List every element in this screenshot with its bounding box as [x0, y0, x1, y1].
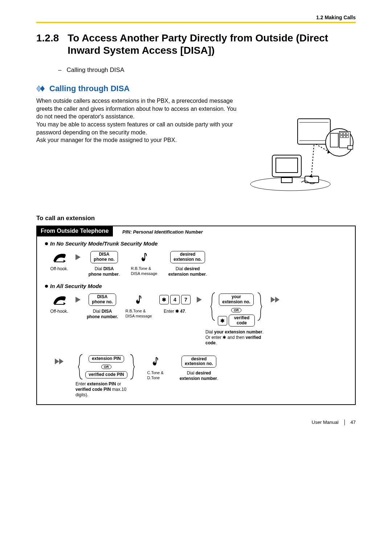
offhook-icon [51, 292, 67, 307]
to-call-extension-heading: To call an extension [36, 215, 356, 222]
desired-ext-box: desiredextension no. [181, 356, 216, 368]
disa-phone-box: DISAphone no. [90, 251, 118, 263]
toc-list: –Calling through DISA [58, 66, 356, 74]
svg-marker-26 [75, 297, 81, 303]
title-text: To Access Another Party Directly from Ou… [68, 32, 356, 56]
flow-diagram: From Outside Telephone PIN: Personal Ide… [36, 226, 356, 405]
svg-point-24 [142, 258, 145, 261]
desired-ext-box: desiredextension no. [170, 251, 205, 263]
svg-marker-32 [59, 358, 64, 364]
subheading: Calling through DISA [49, 84, 130, 93]
svg-point-27 [136, 301, 139, 304]
page-number: 47 [351, 420, 356, 425]
header-rule [36, 22, 356, 23]
header-section: 1.2 Making Calls [36, 15, 356, 20]
paragraph-1: When outside callers access extensions i… [36, 97, 237, 121]
dial-ext-caption: Dial desiredextension number. [168, 266, 207, 277]
svg-marker-28 [197, 297, 202, 303]
disa-phone-box: DISAphone no. [89, 293, 116, 306]
footer-label: User Manual [312, 420, 339, 425]
offhook-caption: Off-hook. [50, 266, 68, 272]
double-arrow-icon [271, 292, 279, 307]
toc-item: Calling through DISA [66, 66, 124, 73]
pin-note: PIN: Personal Identification Number [122, 226, 355, 235]
flow-tab: From Outside Telephone [36, 226, 113, 236]
tone-caption: R.B.Tone &DISA message [131, 266, 158, 276]
svg-marker-30 [275, 297, 279, 303]
music-note-icon [152, 354, 159, 369]
svg-marker-22 [64, 260, 66, 263]
double-arrow-icon [46, 354, 72, 369]
arrow-icon [75, 250, 81, 265]
pin-group: extension PIN OR verified code PIN [78, 354, 134, 380]
music-note-icon [140, 250, 148, 265]
body-text: When outside callers access extensions i… [36, 97, 237, 193]
svg-marker-23 [75, 254, 81, 260]
svg-rect-11 [330, 133, 338, 147]
paragraph-3: Ask your manager for the mode assigned t… [36, 136, 237, 144]
page-title: 1.2.8 To Access Another Party Directly f… [36, 32, 356, 56]
mode2-label: In All Security Mode [45, 283, 355, 289]
ext-or-code-group: yourextension no. OR ✱verifiedcode [211, 292, 262, 328]
svg-marker-25 [64, 302, 66, 305]
music-note-icon [135, 292, 142, 307]
svg-rect-4 [276, 158, 298, 173]
diamond-icon [36, 85, 46, 92]
paragraph-2: You may be able to access system feature… [36, 121, 237, 136]
svg-point-33 [153, 362, 156, 365]
arrow-icon [75, 292, 81, 307]
star47-keys: ✱ 4 7 [159, 292, 191, 307]
offhook-icon [51, 250, 67, 265]
svg-marker-31 [55, 358, 59, 364]
arrow-icon [197, 292, 202, 307]
mode1-label: In No Security Mode/Trunk Security Mode [45, 240, 355, 247]
disa-illustration [247, 97, 356, 193]
page-footer: User Manual 47 [36, 420, 356, 425]
svg-rect-19 [348, 146, 353, 149]
title-number: 1.2.8 [36, 32, 59, 56]
svg-marker-1 [40, 86, 45, 92]
svg-marker-29 [271, 297, 275, 303]
svg-rect-5 [281, 178, 292, 183]
dial-disa-caption: Dial DISAphone number. [89, 266, 120, 277]
